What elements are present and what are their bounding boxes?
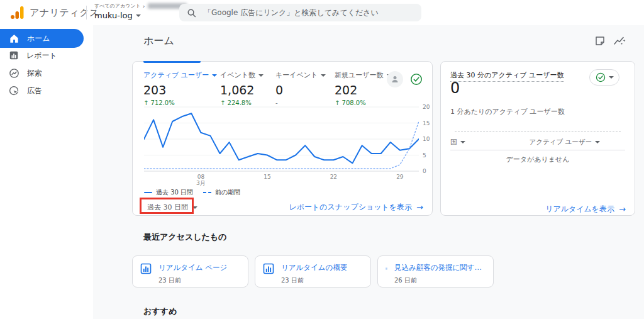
arrow-right-icon: → (619, 204, 626, 214)
column-header-active-users[interactable]: アクティブ ユーザー (529, 138, 600, 147)
metric-new-users: 新規ユーザー数 202 ↑ 708.0% (335, 70, 392, 106)
divider (455, 131, 621, 132)
sidebar-item-reports[interactable]: レポート (0, 46, 93, 65)
realtime-card: 過去 30 分のアクティブ ユーザー数 0 1 分あたりのアクティブ ユーザー数… (440, 61, 635, 216)
metric-value: 203 (143, 83, 217, 97)
date-range-selector[interactable]: 過去 30 日間 (147, 203, 197, 212)
y-axis-labels: 05101520 (423, 106, 434, 172)
main-content: ホーム アクティブ ユーザー 203 ↑ 712.0% (93, 25, 644, 319)
report-card-icon (386, 263, 387, 274)
metric-selector[interactable]: キーイベント (275, 70, 326, 80)
no-thresholding-check-icon (596, 72, 606, 82)
page-title: ホーム (143, 35, 174, 48)
overview-card: アクティブ ユーザー 203 ↑ 712.0% イベント数 1,062 ↑ 22… (132, 61, 433, 216)
recent-card-title: リアルタイムの概要 (281, 263, 347, 272)
sidebar-item-explore[interactable]: 探索 (0, 64, 93, 82)
sidebar-item-home[interactable]: ホーム (0, 29, 84, 48)
ga-home-screen: アナリティクス すべてのアカウント › muku-log (0, 0, 644, 319)
solid-line-swatch (144, 192, 152, 194)
metric-delta: ↑ 224.8% (220, 99, 264, 106)
arrow-right-icon: → (416, 203, 423, 212)
recently-accessed-title: 最近アクセスしたもの (143, 232, 226, 243)
recent-card-realtime-pages[interactable]: リアルタイム ページ 23 日前 (132, 255, 248, 288)
metric-event-count: イベント数 1,062 ↑ 224.8% (220, 70, 264, 106)
realtime-active-users-value: 0 (450, 79, 460, 97)
recent-card-realtime-overview[interactable]: リアルタイムの概要 23 日前 (255, 255, 371, 288)
realtime-subtitle: 1 分あたりのアクティブ ユーザー数 (450, 107, 565, 116)
recent-card-lead-generation-overview[interactable]: 見込み顧客の発掘に関する概要 26 日前 (377, 255, 494, 288)
active-users-trend-chart (144, 106, 419, 172)
sidebar-item-label: ホーム (27, 33, 50, 44)
metric-value: 202 (335, 83, 392, 97)
recent-card-age: 23 日前 (158, 276, 227, 285)
column-header-country[interactable]: 国 (450, 138, 465, 147)
search-bar[interactable] (179, 4, 421, 21)
sidebar-item-ads[interactable]: 広告 (0, 81, 93, 100)
chevron-down-icon (609, 76, 614, 79)
recent-card-age: 23 日前 (281, 276, 347, 285)
topbar: アナリティクス すべてのアカウント › muku-log (0, 0, 644, 25)
topbar-divider (86, 6, 87, 20)
chevron-down-icon (212, 74, 217, 77)
metric-delta: - (275, 99, 326, 106)
sidebar-item-label: レポート (26, 50, 57, 61)
metric-selector[interactable]: 新規ユーザー数 (335, 70, 392, 80)
metric-value: 0 (275, 83, 326, 97)
home-icon (9, 33, 19, 44)
reports-icon (9, 50, 19, 60)
chart-legend: 過去 30 日間 前の期間 (144, 188, 240, 197)
sidebar-item-label: 広告 (27, 86, 42, 96)
account-switcher[interactable]: すべてのアカウント › muku-log (94, 3, 187, 20)
dashed-line-swatch (203, 192, 211, 193)
metric-delta: ↑ 708.0% (335, 99, 392, 106)
x-axis-labels: 083月152229 (144, 174, 419, 186)
no-data-message: データがありません (441, 155, 635, 164)
realtime-card-title: 過去 30 分のアクティブ ユーザー数 (450, 70, 564, 82)
metric-selector[interactable]: アクティブ ユーザー (143, 70, 217, 80)
legend-previous-period: 前の期間 (203, 188, 240, 197)
data-quality-dropdown[interactable] (589, 69, 619, 86)
no-thresholding-check-icon[interactable] (410, 73, 423, 86)
ads-icon (9, 86, 19, 96)
recent-cards-row: リアルタイム ページ 23 日前 リアルタイムの概要 23 日前 (132, 255, 494, 288)
legend-current-period: 過去 30 日間 (144, 188, 193, 197)
metric-selector[interactable]: イベント数 (220, 70, 264, 80)
table-header-underline (450, 150, 625, 150)
chevron-right-icon: › (143, 3, 145, 9)
recent-card-title: 見込み顧客の発掘に関する概要 (394, 263, 486, 272)
account-scope-label: すべてのアカウント (94, 3, 141, 9)
chevron-down-icon (192, 206, 197, 209)
note-icon[interactable] (594, 35, 607, 48)
trend-chart-svg (144, 106, 419, 172)
report-card-icon (263, 263, 274, 274)
metric-value: 1,062 (220, 83, 264, 97)
recent-card-age: 26 日前 (394, 276, 486, 285)
view-reports-snapshot-link[interactable]: レポートのスナップショットを表示 → (289, 202, 423, 213)
recent-card-title: リアルタイム ページ (158, 263, 227, 272)
insights-icon[interactable] (613, 35, 626, 48)
sidebar-item-label: 探索 (27, 68, 42, 79)
search-icon (187, 8, 196, 18)
suggestions-title: おすすめ (143, 306, 177, 319)
chevron-down-icon (136, 14, 141, 17)
metric-active-users: アクティブ ユーザー 203 ↑ 712.0% (143, 70, 217, 106)
report-card-icon (140, 263, 152, 274)
metric-key-events: キーイベント 0 - (275, 70, 326, 106)
chevron-down-icon (460, 141, 465, 143)
view-realtime-link[interactable]: リアルタイムを表示 → (545, 204, 626, 215)
sampling-badge-icon[interactable] (387, 71, 403, 87)
chevron-down-icon (258, 74, 264, 77)
brand-text: アナリティクス (30, 7, 99, 19)
sidebar: ホーム レポート 探索 広告 (0, 25, 93, 319)
property-name: muku-log (94, 11, 133, 20)
search-input[interactable] (203, 8, 414, 18)
chevron-down-icon (595, 141, 600, 143)
explore-icon (9, 68, 19, 79)
analytics-logo-icon (10, 6, 24, 20)
chevron-down-icon (321, 74, 326, 77)
selected-metric-indicator (143, 61, 201, 63)
metric-delta: ↑ 712.0% (143, 99, 217, 106)
